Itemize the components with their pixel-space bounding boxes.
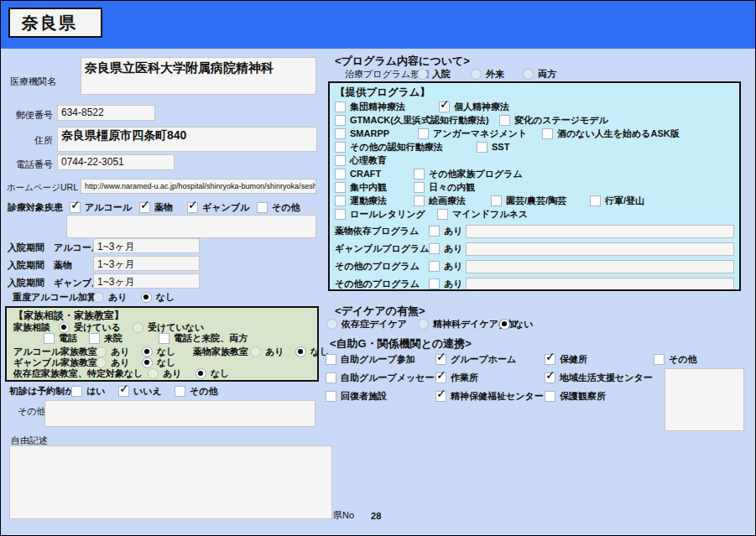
consult-phone-checkbox[interactable] xyxy=(44,333,55,344)
disease-other-label: その他 xyxy=(272,201,300,214)
group-home-checkbox[interactable] xyxy=(435,354,446,365)
consult-both-checkbox[interactable] xyxy=(159,333,169,344)
coop-label: 保健所 xyxy=(560,353,587,366)
mindfulness-checkbox[interactable] xyxy=(437,209,448,220)
gambling-program-yes-checkbox[interactable] xyxy=(429,243,440,254)
exercise-therapy-checkbox[interactable] xyxy=(335,195,346,206)
stage-model-checkbox[interactable] xyxy=(499,115,510,126)
recovery-facility-checkbox[interactable] xyxy=(326,391,336,402)
drug-checkbox[interactable] xyxy=(139,202,150,213)
dependency-family-class-no-radio[interactable] xyxy=(196,368,206,379)
first-visit-label: 初診は予約制か xyxy=(9,385,71,398)
craft-checkbox[interactable] xyxy=(335,169,346,180)
dependency-daycare-radio[interactable] xyxy=(326,319,337,330)
target-disease-row: 診療対象疾患 アルコール 薬物 ギャンブル その他 xyxy=(8,201,300,214)
anger-management-checkbox[interactable] xyxy=(418,128,429,139)
cooperation-other-field[interactable] xyxy=(665,368,744,431)
form-inpatient-radio[interactable] xyxy=(417,69,428,80)
severe-alcohol-no-radio[interactable] xyxy=(141,292,152,303)
target-disease-label: 診療対象疾患 xyxy=(8,201,70,214)
no-daycare-radio[interactable] xyxy=(499,319,510,330)
free-text-field[interactable] xyxy=(9,445,332,519)
daily-naikan-checkbox[interactable] xyxy=(414,182,425,193)
program-row: GTMACK(久里浜式認知行動療法) 変化のステージモデル xyxy=(335,113,734,127)
gambling-program-row: ギャンブルプログラム あり xyxy=(335,242,734,256)
psychoeducation-checkbox[interactable] xyxy=(335,155,346,166)
self-help-message-checkbox[interactable] xyxy=(326,372,336,383)
hiking-checkbox[interactable] xyxy=(590,195,601,206)
gambling-program-field[interactable] xyxy=(466,242,734,256)
coop-label: 保護観察所 xyxy=(560,390,606,403)
severe-alcohol-label: 重度アルコール加算 xyxy=(13,291,93,304)
program-label: 行軍/登山 xyxy=(605,195,644,207)
dependency-family-class-yes-radio[interactable] xyxy=(148,368,159,379)
hospital-name-field[interactable]: 奈良県立医科大学附属病院精神科 xyxy=(81,57,316,95)
community-support-center-checkbox[interactable] xyxy=(545,372,555,383)
program-label: GTMACK(久里浜式認知行動療法) xyxy=(350,114,489,127)
dependency-daycare-label: 依存症デイケア xyxy=(342,318,407,330)
probation-office-checkbox[interactable] xyxy=(545,391,555,402)
program-row: SMARPP アンガーマネジメント 酒のない人生を始めるASK版 xyxy=(335,127,734,140)
drug-family-class-no-radio[interactable] xyxy=(295,346,306,357)
phone-field[interactable]: 0744-22-3051 xyxy=(57,154,175,170)
gambling-checkbox[interactable] xyxy=(187,202,198,213)
gtmack-checkbox[interactable] xyxy=(335,115,346,126)
individual-psychotherapy-checkbox[interactable] xyxy=(439,101,450,112)
other-program-yes-checkbox[interactable] xyxy=(429,261,440,272)
health-center-checkbox[interactable] xyxy=(545,354,555,365)
ari-label: あり xyxy=(163,367,182,380)
form-outpatient-radio[interactable] xyxy=(471,69,482,80)
other-program-yes-checkbox-2[interactable] xyxy=(429,278,440,289)
drug-program-yes-checkbox[interactable] xyxy=(429,226,440,237)
drug-program-field[interactable] xyxy=(466,225,734,238)
hospitalization-gambling-field[interactable]: 1~3ヶ月 xyxy=(93,273,200,289)
intensive-naikan-checkbox[interactable] xyxy=(335,182,346,193)
drug-family-class-label: 薬物家族教室 xyxy=(193,346,250,358)
coop-label: その他 xyxy=(669,353,697,366)
nashi-label: なし xyxy=(211,367,230,380)
address-field[interactable]: 奈良県橿原市四条町840 xyxy=(57,127,317,152)
form-inpatient-label: 入院 xyxy=(432,68,451,81)
severe-alcohol-yes-radio[interactable] xyxy=(93,292,104,303)
coop-label: 自助グループ参加 xyxy=(341,353,415,366)
first-visit-no-checkbox[interactable] xyxy=(118,386,129,397)
program-row: 心理教育 xyxy=(335,154,734,167)
hospitalization-drug-label: 入院期間 薬物 xyxy=(8,259,72,272)
ari-label: あり xyxy=(444,242,463,255)
sst-checkbox[interactable] xyxy=(477,142,487,153)
alcohol-checkbox[interactable] xyxy=(70,202,81,213)
coop-other-checkbox[interactable] xyxy=(654,354,665,365)
first-visit-yes-label: はい xyxy=(86,385,106,398)
consult-visit-checkbox[interactable] xyxy=(89,333,100,344)
other-field[interactable] xyxy=(44,400,315,427)
disease-note-field[interactable] xyxy=(66,215,316,238)
zip-field[interactable]: 634-8522 xyxy=(57,105,155,121)
other-cbt-checkbox[interactable] xyxy=(335,142,346,153)
program-label: その他の認知行動療法 xyxy=(350,141,443,154)
hospitalization-alcohol-label: 入院期間 アルコール xyxy=(8,242,101,254)
form-both-radio[interactable] xyxy=(523,69,534,80)
ask-version-checkbox[interactable] xyxy=(542,128,553,139)
smarpp-checkbox[interactable] xyxy=(335,128,346,139)
hospitalization-alcohol-field[interactable]: 1~3ヶ月 xyxy=(93,238,200,253)
self-help-group-checkbox[interactable] xyxy=(326,354,336,365)
group-psychotherapy-checkbox[interactable] xyxy=(335,101,346,112)
daycare-section-title: <デイケアの有無> xyxy=(335,304,425,319)
role-lettering-checkbox[interactable] xyxy=(335,209,346,220)
other-program-field-2[interactable] xyxy=(466,278,734,291)
psychiatric-daycare-radio[interactable] xyxy=(418,319,429,330)
workshop-checkbox[interactable] xyxy=(435,372,446,383)
first-visit-yes-checkbox[interactable] xyxy=(71,386,82,397)
program-section-title: <プログラム内容について> xyxy=(335,54,470,69)
disease-other-checkbox[interactable] xyxy=(257,202,268,213)
drug-family-class-yes-radio[interactable] xyxy=(250,346,261,357)
other-family-program-checkbox[interactable] xyxy=(414,169,425,180)
homepage-url-field[interactable]: http://www.naramed-u.ac.jp/hospital/shin… xyxy=(81,179,316,194)
other-program-field-1[interactable] xyxy=(466,260,734,273)
art-therapy-checkbox[interactable] xyxy=(414,195,425,206)
gambling-label: ギャンブル xyxy=(202,201,249,214)
first-visit-other-checkbox[interactable] xyxy=(175,386,185,397)
mental-health-welfare-center-checkbox[interactable] xyxy=(435,391,446,402)
gardening-checkbox[interactable] xyxy=(491,195,502,206)
hospitalization-drug-field[interactable]: 1~3ヶ月 xyxy=(93,256,200,271)
